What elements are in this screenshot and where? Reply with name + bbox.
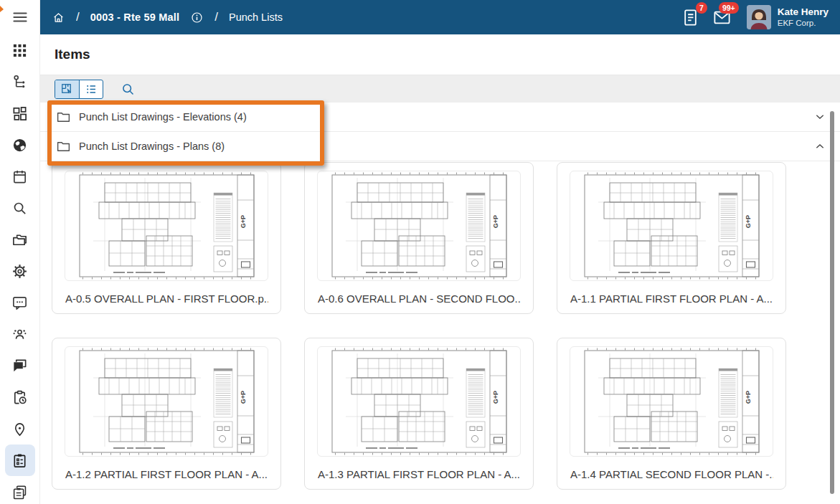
sidebar-item-people[interactable] [5, 318, 35, 350]
folder-label: Punch List Drawings - Plans (8) [79, 141, 225, 152]
drawing-card[interactable]: A-0.6 OVERALL PLAN - SECOND FLOO... [304, 162, 534, 314]
comment-icon [11, 295, 28, 311]
home-button[interactable] [52, 11, 65, 24]
page-header: Items [40, 34, 840, 75]
chevron-up-icon [814, 141, 826, 152]
user-menu[interactable]: Kate Henry EKF Corp. [747, 5, 829, 29]
breadcrumb-separator: / [214, 10, 218, 24]
drawing-card[interactable]: A-0.5 OVERALL PLAN - FIRST FLOOR.p... [52, 162, 281, 314]
clipboard-clock-icon [11, 389, 28, 406]
drawing-card[interactable]: A-1.4 PARTIAL SECOND FLOOR PLAN -... [557, 338, 786, 490]
drawing-thumbnail [65, 171, 268, 281]
search-icon [11, 200, 28, 217]
collapse-folder-button[interactable] [814, 141, 826, 152]
folder-row-elevations[interactable]: Punch List Drawings - Elevations (4) [40, 103, 840, 132]
page-title: Items [55, 47, 90, 62]
drawing-thumbnail [317, 346, 521, 457]
app-header: / 0003 - Rte 59 Mall / Punch Lists 7 99+ [40, 0, 840, 34]
user-company: EKF Corp. [778, 19, 829, 29]
workflow-tree-icon [11, 74, 28, 90]
sidebar-item-punch-lists[interactable] [5, 444, 35, 476]
sidebar-item-settings[interactable] [5, 255, 35, 287]
sidebar-item-hierarchy[interactable] [5, 66, 35, 98]
avatar [747, 5, 771, 29]
sidebar-item-punch-list-templates[interactable] [5, 476, 35, 504]
globe-icon [11, 137, 28, 153]
list-view-icon [85, 82, 98, 96]
people-icon [11, 326, 28, 343]
sidebar-item-locations[interactable] [5, 413, 35, 444]
forms-notifications-button[interactable]: 7 [681, 8, 700, 27]
folder-row-plans[interactable]: Punch List Drawings - Plans (8) [40, 132, 840, 161]
calendar-icon [11, 168, 28, 185]
drawing-title: A-1.1 PARTIAL FIRST FLOOR PLAN - A... [570, 283, 773, 313]
list-view-toggle[interactable] [79, 80, 103, 98]
expand-folder-button[interactable] [814, 111, 826, 123]
folders-icon [11, 232, 28, 248]
user-info: Kate Henry EKF Corp. [778, 6, 829, 29]
sidebar-nav [0, 34, 39, 504]
drawing-view-icon [60, 82, 74, 96]
hamburger-menu-button[interactable] [0, 0, 39, 34]
sidebar-item-search[interactable] [5, 192, 35, 224]
breadcrumb-page: Punch Lists [229, 11, 283, 23]
dashboard-icon [11, 105, 28, 122]
drawing-thumbnail [65, 346, 268, 457]
drawing-title: A-1.2 PARTIAL FIRST FLOOR PLAN - A... [65, 459, 268, 489]
sidebar-item-forum[interactable] [5, 350, 35, 381]
sidebar-item-documents[interactable] [5, 224, 35, 255]
drawing-card[interactable]: A-1.2 PARTIAL FIRST FLOOR PLAN - A... [52, 338, 281, 490]
header-actions: 7 99+ Kate Henry EKF Corp. [681, 5, 829, 29]
punch-list-copy-icon [11, 484, 28, 500]
breadcrumb-separator: / [76, 10, 80, 24]
sidebar-item-calendar[interactable] [5, 161, 35, 192]
drawing-title: A-0.5 OVERALL PLAN - FIRST FLOOR.p... [65, 283, 268, 313]
drawing-thumbnail [317, 171, 521, 281]
mail-badge: 99+ [719, 2, 739, 14]
menu-icon [11, 9, 29, 26]
drawing-card[interactable]: A-1.3 PARTIAL FIRST FLOOR PLAN - A... [304, 338, 534, 490]
drawing-cards-section: A-0.5 OVERALL PLAN - FIRST FLOOR.p... A-… [40, 161, 840, 504]
home-icon [52, 11, 65, 24]
forum-icon [11, 358, 28, 374]
apps-grid-icon [11, 42, 28, 59]
sidebar-item-web[interactable] [5, 129, 35, 161]
location-pin-icon [11, 421, 28, 437]
search-button[interactable] [121, 82, 136, 97]
main-content: Items Punch Li [40, 34, 840, 504]
drawing-thumbnail [570, 346, 773, 457]
user-name: Kate Henry [778, 6, 829, 19]
chevron-down-icon [814, 111, 826, 123]
sidebar-item-comments[interactable] [5, 287, 35, 318]
info-icon [190, 11, 204, 24]
drawing-title: A-0.6 OVERALL PLAN - SECOND FLOO... [317, 283, 521, 313]
folder-icon [56, 110, 71, 125]
drawing-grid: A-0.5 OVERALL PLAN - FIRST FLOOR.p... A-… [52, 162, 829, 490]
drawing-title: A-1.4 PARTIAL SECOND FLOOR PLAN -... [570, 459, 773, 489]
folder-label: Punch List Drawings - Elevations (4) [79, 111, 247, 123]
breadcrumb: / 0003 - Rte 59 Mall / Punch Lists [52, 10, 283, 24]
view-toggle-group [55, 80, 103, 99]
breadcrumb-project[interactable]: 0003 - Rte 59 Mall [90, 11, 180, 23]
drawing-view-toggle[interactable] [55, 80, 79, 98]
drawing-title: A-1.3 PARTIAL FIRST FLOOR PLAN - A... [317, 459, 521, 489]
sidebar-item-dashboard[interactable] [5, 98, 35, 129]
search-icon [121, 82, 136, 97]
drawing-card[interactable]: A-1.1 PARTIAL FIRST FLOOR PLAN - A... [557, 162, 786, 314]
forms-badge: 7 [696, 2, 707, 14]
vertical-scrollbar[interactable] [830, 111, 834, 494]
punch-list-icon [11, 452, 28, 469]
items-toolbar [40, 75, 840, 103]
sidebar-item-pending-actions[interactable] [5, 381, 35, 413]
drawing-thumbnail [570, 171, 773, 281]
mail-notifications-button[interactable]: 99+ [712, 8, 732, 27]
settings-gear-icon [11, 263, 28, 280]
folder-icon [56, 139, 71, 154]
app-sidebar [0, 0, 40, 504]
project-info-button[interactable] [190, 11, 204, 24]
sidebar-item-apps[interactable] [5, 34, 35, 66]
